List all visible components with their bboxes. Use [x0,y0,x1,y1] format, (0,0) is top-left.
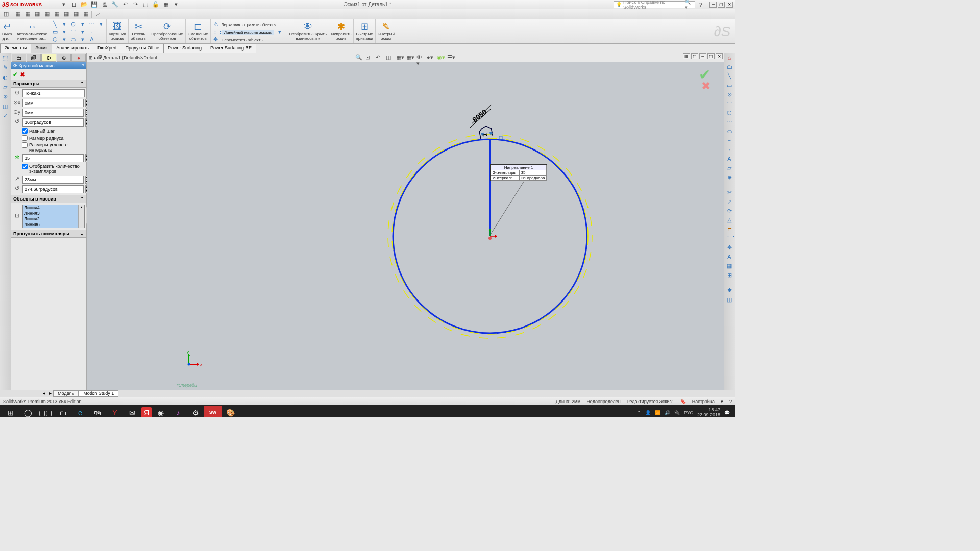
tab-model[interactable]: Модель [53,390,79,397]
tp-mirror-icon[interactable]: △ [725,217,733,225]
tp-rect-icon[interactable]: ▭ [725,82,733,90]
macro-icon[interactable]: ▦ [162,1,169,8]
view7-icon[interactable]: ▦ [72,10,80,18]
wireframe-icon[interactable]: ◫ [2,10,10,18]
tab-sketch[interactable]: Эскиз [31,44,52,53]
exit-sketch-button[interactable]: ↩Выхо д и... [0,19,14,43]
tray-wifi-icon[interactable]: 📶 [655,410,660,415]
solidworks-taskbar-icon[interactable]: SW [204,406,222,417]
view-orient-icon[interactable]: ▦▾ [396,54,404,62]
tab-scroll-left[interactable]: ◂ [41,390,47,397]
arc-icon[interactable]: ⌒ [70,29,77,36]
view1-icon[interactable]: ▦ [14,10,22,18]
edge-icon[interactable]: e [71,406,89,417]
tp-ext-icon[interactable]: ↗ [725,198,733,207]
display-count-check[interactable]: Отобразить количество экземпляров [13,164,85,174]
close-button[interactable]: ✕ [726,2,733,8]
tp-conv-icon[interactable]: ⟳ [725,208,733,216]
scene-icon[interactable]: ●▾ [427,54,435,62]
sheet-icon[interactable]: ▱ [1,84,9,92]
open-icon[interactable]: 📂 [81,1,88,8]
ellipse-icon[interactable]: ⬭ [70,36,77,43]
spline-icon[interactable]: 〰 [88,21,95,28]
tab-evaluate[interactable]: Анализировать [52,44,93,53]
collapse-icon[interactable]: ⌃ [80,196,84,202]
tray-up-icon[interactable]: ⌃ [637,410,641,415]
tp-poly-icon[interactable]: ⬡ [725,110,733,118]
tray-lang[interactable]: РУС [684,410,693,415]
features-icon[interactable]: ⬚ [1,55,9,63]
pattern-callout[interactable]: Направление 1 Экземпляры:35 Интервал:360… [490,164,547,181]
linear-pattern-icon[interactable]: ⋮⋮ [212,29,219,36]
convert-button[interactable]: ⟳Преобразование объектов [149,19,185,43]
doc-tile-icon[interactable]: ▦ [683,53,690,59]
itunes-icon[interactable]: ♪ [169,406,187,417]
tp-lin-icon[interactable]: ⋮⋮ [725,235,733,243]
breadcrumb[interactable]: ⊞ ▸ 🗊 Деталь1 (Default<<Defaul... [87,55,161,60]
point-icon[interactable]: · [88,29,95,36]
rebuild-icon[interactable]: 🔧 [111,1,118,8]
minimize-button[interactable]: ─ [709,2,717,8]
tp-ellipse-icon[interactable]: ⬭ [725,128,733,136]
sketch-picture-button[interactable]: 🖼Картинка эскиза [107,19,129,43]
redo-icon[interactable]: ↷ [132,1,139,8]
center-x-input[interactable] [22,99,84,107]
line-icon[interactable]: ╲ [52,21,59,28]
pm-tab-config[interactable]: ⚙ [41,54,56,62]
angular-dim-check[interactable]: Размеры углового интервала [13,142,85,153]
rect-icon[interactable]: ▭ [52,29,59,36]
cancel-button[interactable]: ✖ [20,71,25,78]
collapse-icon[interactable]: ⌃ [80,81,84,86]
doc-cascade-icon[interactable]: ▢ [691,53,698,59]
tab-scroll-right[interactable]: ▸ [47,390,53,397]
tp-arc-icon[interactable]: ⌒ [725,101,733,109]
explorer-icon[interactable]: 🗀 [54,406,71,417]
taskview-button[interactable]: ▢▢ [37,406,54,417]
quick-snaps-button[interactable]: ⊞Быстрые привязки [354,19,375,43]
doc-min-icon[interactable]: ─ [699,53,706,59]
status-customize[interactable]: Настройка [692,399,715,404]
tp-rel-icon[interactable]: ▦ [725,263,733,271]
tab-ps[interactable]: Power Surfacing [163,44,206,53]
yandex2-icon[interactable]: Я [141,407,152,417]
tray-clock[interactable]: 18:4722.09.2018 [697,408,720,417]
view5-icon[interactable]: ▦ [53,10,61,18]
tp-spline-icon[interactable]: 〰 [725,119,733,127]
entities-list[interactable]: Линия4 Линия3 Линия2 Линия6 ▴ [22,205,85,228]
tp-fast-icon[interactable]: ⊞ [725,272,733,280]
tp-rep-icon[interactable]: ✱ [725,287,733,295]
tab-office[interactable]: Продукты Office [121,44,164,53]
tp-snap-icon[interactable]: ◫ [725,296,733,305]
equal-spacing-check[interactable]: Равный шаг [13,128,85,134]
yandex-icon[interactable]: Y [106,406,124,417]
total-angle-input[interactable] [22,118,84,127]
select-icon[interactable]: ⬚ [142,1,149,8]
mail-icon[interactable]: ✉ [124,406,141,417]
text-icon[interactable]: A [88,36,95,43]
status-help-icon[interactable]: ? [729,399,732,404]
view4-icon[interactable]: ▦ [43,10,51,18]
undo-icon[interactable]: ↶ [121,1,129,8]
tp-point-icon[interactable]: · [725,146,733,155]
new-doc-icon[interactable]: 🗋 [70,1,78,8]
zoom-fit-icon[interactable]: 🔍 [355,54,363,62]
tab-psre[interactable]: Power Surfacing RE [206,44,256,53]
weld-icon[interactable]: ⊛ [1,93,9,102]
appearance-icon[interactable]: ◉▾ [437,54,445,62]
chrome-icon[interactable]: ◉ [152,406,169,417]
pm-tab-feature[interactable]: 🗀 [12,54,26,62]
pm-tab-dim[interactable]: ⊕ [57,54,71,62]
tp-fillet-icon[interactable]: ⌐ [725,137,733,145]
tp-dim-icon[interactable]: A [725,254,733,262]
flyout-icon[interactable]: ▸ [94,55,96,60]
center-point-input[interactable] [22,89,85,97]
circle-icon[interactable]: ⊙ [70,21,77,28]
radius-dim-check[interactable]: Размер радиуса [13,135,85,141]
search-button[interactable]: ◯ [19,406,37,417]
center-y-input[interactable] [22,109,84,117]
repair-sketch-button[interactable]: ✱Исправить эскиз [329,19,354,43]
tp-home-icon[interactable]: ⌂ [725,55,733,63]
smart-dimension-button[interactable]: ↔Автоматическое нанесение ра... [14,19,50,43]
start-button[interactable]: ⊞ [2,406,19,417]
linear-pattern-dropdown[interactable]: Линейный массив эскиза [222,30,274,35]
